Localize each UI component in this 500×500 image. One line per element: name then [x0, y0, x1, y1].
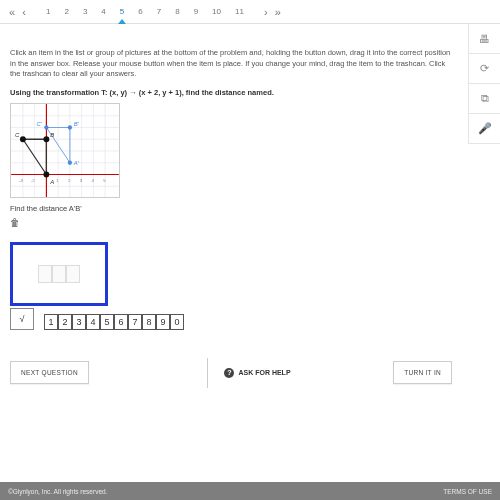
instructions-text: Click an item in the list or group of pi… [10, 48, 452, 80]
svg-point-18 [43, 171, 49, 177]
tile-9[interactable]: 9 [156, 314, 170, 330]
tiles-row: √ 1 2 3 4 5 6 7 8 9 0 [10, 308, 452, 330]
help-icon: ? [224, 368, 234, 378]
page-1[interactable]: 1 [46, 7, 50, 16]
equation-text: Using the transformation T: (x, y) → (x … [10, 88, 452, 97]
svg-text:4: 4 [91, 178, 94, 183]
divider [207, 358, 208, 388]
page-2[interactable]: 2 [64, 7, 68, 16]
svg-text:2: 2 [68, 178, 71, 183]
page-6[interactable]: 6 [138, 7, 142, 16]
page-3[interactable]: 3 [83, 7, 87, 16]
next-question-button[interactable]: NEXT QUESTION [10, 361, 89, 384]
page-4[interactable]: 4 [101, 7, 105, 16]
graph: A B C A' B' C' 12345 -3-2 [10, 103, 120, 198]
svg-point-20 [20, 136, 26, 142]
tile-7[interactable]: 7 [128, 314, 142, 330]
svg-text:1: 1 [56, 178, 59, 183]
svg-text:A': A' [73, 159, 80, 165]
action-row: NEXT QUESTION ? ASK FOR HELP TURN IT IN [10, 358, 452, 388]
tile-4[interactable]: 4 [86, 314, 100, 330]
next-page-icon[interactable]: › [260, 6, 272, 18]
svg-text:A: A [49, 179, 54, 185]
svg-text:C: C [15, 132, 20, 138]
svg-point-21 [68, 160, 72, 164]
problem-area: Click an item in the list or group of pi… [0, 24, 500, 388]
footer: ©Glynlyon, Inc. All rights reserved. TER… [0, 482, 500, 500]
answer-cell[interactable] [52, 265, 66, 283]
tile-2[interactable]: 2 [58, 314, 72, 330]
tile-5[interactable]: 5 [100, 314, 114, 330]
svg-point-19 [43, 136, 49, 142]
tile-0[interactable]: 0 [170, 314, 184, 330]
copyright: ©Glynlyon, Inc. All rights reserved. [8, 488, 107, 495]
svg-text:-3: -3 [19, 178, 23, 183]
first-page-icon[interactable]: « [6, 6, 18, 18]
page-8[interactable]: 8 [175, 7, 179, 16]
tile-1[interactable]: 1 [44, 314, 58, 330]
page-9[interactable]: 9 [194, 7, 198, 16]
svg-text:5: 5 [103, 178, 106, 183]
ask-label: ASK FOR HELP [238, 369, 290, 376]
svg-text:-2: -2 [31, 178, 35, 183]
answer-box[interactable] [10, 242, 108, 306]
tile-3[interactable]: 3 [72, 314, 86, 330]
answer-cell[interactable] [66, 265, 80, 283]
answer-cell[interactable] [38, 265, 52, 283]
find-question: Find the distance A'B' [10, 204, 452, 213]
svg-text:C': C' [37, 120, 43, 126]
turn-it-in-button[interactable]: TURN IT IN [393, 361, 452, 384]
page-numbers: 1 2 3 4 5 6 7 8 9 10 11 [46, 7, 244, 16]
last-page-icon[interactable]: » [272, 6, 284, 18]
ask-for-help-button[interactable]: ? ASK FOR HELP [224, 368, 290, 378]
svg-text:B': B' [74, 120, 80, 126]
sqrt-tile[interactable]: √ [10, 308, 34, 330]
tile-6[interactable]: 6 [114, 314, 128, 330]
trash-icon[interactable]: 🗑 [10, 217, 452, 228]
page-10[interactable]: 10 [212, 7, 221, 16]
page-5[interactable]: 5 [120, 7, 124, 16]
svg-text:3: 3 [80, 178, 83, 183]
page-7[interactable]: 7 [157, 7, 161, 16]
svg-text:B: B [50, 132, 54, 138]
prev-page-icon[interactable]: ‹ [18, 6, 30, 18]
svg-point-22 [68, 125, 72, 129]
pager: « ‹ 1 2 3 4 5 6 7 8 9 10 11 › » [0, 0, 500, 24]
page-11[interactable]: 11 [235, 7, 244, 16]
svg-point-23 [44, 125, 48, 129]
tile-8[interactable]: 8 [142, 314, 156, 330]
terms-link[interactable]: TERMS OF USE [443, 488, 492, 495]
